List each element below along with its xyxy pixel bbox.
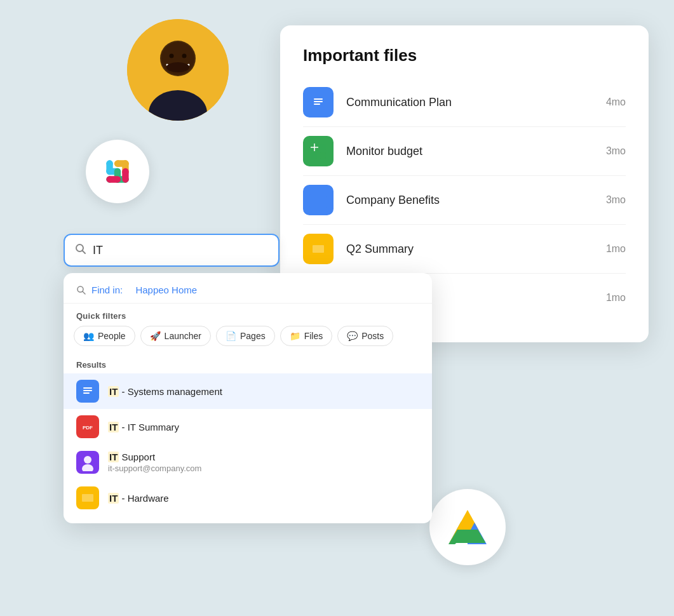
svg-point-69 xyxy=(82,464,93,471)
file-icon xyxy=(303,234,334,264)
result-text-wrap: IT - Systems management xyxy=(108,386,222,397)
search-dropdown: Find in: Happeo Home Quick filters 👥Peop… xyxy=(64,273,432,523)
result-text-wrap: IT - Hardware xyxy=(108,493,169,504)
svg-rect-64 xyxy=(83,390,92,391)
file-name: Q2 Summary xyxy=(346,243,606,256)
find-in-row: Find in: Happeo Home xyxy=(64,285,432,304)
find-in-location: Happeo Home xyxy=(135,285,197,295)
filter-icon: 💬 xyxy=(347,331,358,341)
search-icon xyxy=(75,243,86,258)
filter-chip-pages[interactable]: 📄Pages xyxy=(216,326,275,346)
svg-point-5 xyxy=(182,54,187,58)
result-item[interactable]: IT Supportit-support@company.com xyxy=(64,445,432,480)
result-text-wrap: IT - IT Summary xyxy=(108,422,179,432)
filter-label: Pages xyxy=(240,331,266,341)
svg-rect-65 xyxy=(83,392,90,394)
svg-rect-38 xyxy=(314,101,323,102)
svg-marker-35 xyxy=(450,530,485,542)
file-age: 3mo xyxy=(606,194,626,206)
svg-rect-22 xyxy=(106,176,121,182)
result-highlight: IT xyxy=(108,452,119,462)
result-main-text: IT - Hardware xyxy=(108,493,169,504)
filter-label: Posts xyxy=(361,331,384,341)
svg-line-61 xyxy=(83,291,85,294)
filter-chip-people[interactable]: 👥People xyxy=(74,326,135,346)
svg-rect-44 xyxy=(311,152,317,159)
results-list: IT - Systems management PDF IT - IT Summ… xyxy=(64,373,432,516)
search-icon-small xyxy=(76,285,86,295)
search-input[interactable]: IT xyxy=(93,244,103,257)
result-highlight: IT xyxy=(108,422,119,432)
result-text-wrap: IT Supportit-support@company.com xyxy=(108,452,201,473)
svg-point-4 xyxy=(170,54,174,58)
find-in-label: Find in: xyxy=(91,285,123,295)
google-drive-icon-bubble[interactable] xyxy=(429,489,506,565)
file-item[interactable]: Monitor budget3mo xyxy=(303,127,626,176)
svg-point-6 xyxy=(166,62,189,72)
result-main-text: IT Support xyxy=(108,452,201,462)
svg-rect-48 xyxy=(313,245,324,253)
file-item[interactable]: Communication Plan4mo xyxy=(303,78,626,127)
filter-label: Launcher xyxy=(165,331,201,341)
results-label: Results xyxy=(64,354,432,373)
card-title: Important files xyxy=(303,46,626,65)
quick-filters-label: Quick filters xyxy=(64,304,432,326)
result-highlight: IT xyxy=(108,386,119,397)
quick-filters-row: 👥People🚀Launcher📄Pages📁Files💬Posts xyxy=(64,326,432,354)
filter-chip-launcher[interactable]: 🚀Launcher xyxy=(140,326,211,346)
user-avatar xyxy=(127,19,229,121)
slack-icon-bubble[interactable] xyxy=(86,140,149,203)
result-icon xyxy=(76,380,99,403)
file-age: 3mo xyxy=(606,145,626,157)
file-age: 1mo xyxy=(606,292,626,304)
svg-text:PDF: PDF xyxy=(83,425,93,431)
file-age: 4mo xyxy=(606,97,626,108)
file-item[interactable]: Q2 Summary1mo xyxy=(303,225,626,274)
svg-point-68 xyxy=(84,456,91,464)
svg-rect-23 xyxy=(122,168,128,183)
svg-rect-71 xyxy=(82,494,93,502)
svg-rect-63 xyxy=(83,387,92,389)
file-name: Monitor budget xyxy=(346,145,606,158)
file-item[interactable]: Company Benefits3mo xyxy=(303,176,626,225)
file-age: 1mo xyxy=(606,243,626,255)
filter-icon: 📁 xyxy=(290,331,300,341)
svg-rect-45 xyxy=(320,152,326,159)
svg-rect-39 xyxy=(314,104,320,105)
filter-icon: 📄 xyxy=(226,331,236,341)
filter-label: People xyxy=(98,331,126,341)
svg-rect-43 xyxy=(320,144,326,150)
result-icon xyxy=(76,486,99,509)
filter-chip-files[interactable]: 📁Files xyxy=(280,326,333,346)
svg-line-59 xyxy=(83,250,86,253)
result-icon xyxy=(76,451,99,474)
result-icon: PDF xyxy=(76,415,99,438)
file-name: Communication Plan xyxy=(346,96,606,109)
result-sub-text: it-support@company.com xyxy=(108,464,201,473)
result-main-text: IT - IT Summary xyxy=(108,422,179,432)
result-highlight: IT xyxy=(108,493,119,504)
search-bar[interactable]: IT xyxy=(64,234,280,267)
svg-rect-17 xyxy=(106,160,112,175)
filter-icon: 👥 xyxy=(83,331,94,341)
filter-label: Files xyxy=(304,331,323,341)
result-item[interactable]: IT - Systems management xyxy=(64,373,432,409)
file-icon xyxy=(303,87,334,117)
file-icon xyxy=(303,185,334,215)
file-name: Company Benefits xyxy=(346,194,606,207)
result-main-text: IT - Systems management xyxy=(108,386,222,397)
filter-chip-posts[interactable]: 💬Posts xyxy=(337,326,393,346)
result-item[interactable]: IT - Hardware xyxy=(64,480,432,516)
filter-icon: 🚀 xyxy=(150,331,161,341)
file-icon xyxy=(303,136,334,166)
result-item[interactable]: PDF IT - IT Summary xyxy=(64,409,432,445)
svg-rect-37 xyxy=(314,98,323,100)
